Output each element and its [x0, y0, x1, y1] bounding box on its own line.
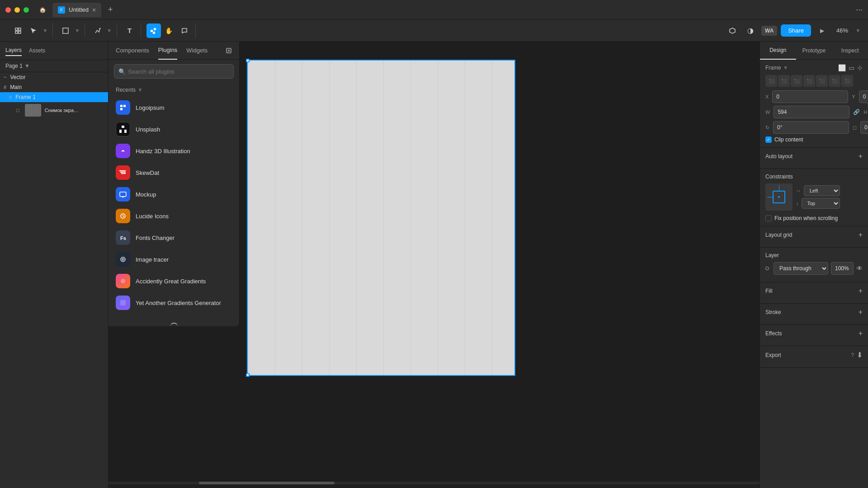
- fix-position-checkbox[interactable]: [765, 215, 772, 221]
- visibility-toggle[interactable]: 👁: [856, 265, 863, 272]
- plugin-item-mockup[interactable]: Mockup: [108, 183, 239, 205]
- fill-add[interactable]: +: [859, 287, 863, 295]
- play-button[interactable]: ▶: [815, 23, 829, 38]
- plugin-item-image-tracer[interactable]: Image tracer: [108, 249, 239, 270]
- align-center-v[interactable]: ⬛: [816, 75, 828, 87]
- constraint-h-option: ↔ Left Right Center Scale: [796, 185, 840, 196]
- minimize-traffic-light[interactable]: [14, 7, 20, 13]
- page-name: Page 1: [5, 63, 23, 69]
- frame-resize-btn[interactable]: ⊹: [857, 64, 863, 71]
- clip-content-checkbox[interactable]: ✓: [765, 136, 772, 143]
- tab-close-button[interactable]: ×: [92, 6, 96, 14]
- home-button[interactable]: 🏠: [36, 4, 49, 16]
- plugin-item-lucide[interactable]: Lucide Icons: [108, 205, 239, 227]
- component-tool-button[interactable]: [146, 23, 161, 38]
- auto-layout-add[interactable]: +: [859, 152, 863, 160]
- pen-tool-button[interactable]: [90, 23, 105, 38]
- export-add[interactable]: ⬇: [857, 351, 863, 359]
- plugin-panel-close[interactable]: [226, 47, 232, 54]
- plugin-item-yet-another[interactable]: Yet Another Gradients Generator: [108, 292, 239, 314]
- layout-grid-add[interactable]: +: [859, 231, 863, 239]
- layer-item-screenshot[interactable]: □ Снимок экрана 2022-09-12 в 21.5...: [0, 102, 108, 118]
- plugin-item-skewdat[interactable]: SkewDat: [108, 162, 239, 183]
- zoom-level[interactable]: 46%: [833, 25, 852, 36]
- toggle-dev-mode[interactable]: [725, 23, 740, 38]
- stroke-section: Stroke +: [760, 304, 868, 325]
- blend-mode-select[interactable]: Pass through Normal Darken Multiply Ligh…: [774, 262, 828, 275]
- layer-thumbnail: [25, 104, 41, 117]
- more-options-button[interactable]: ···: [856, 5, 863, 14]
- plugin-tab-widgets[interactable]: Widgets: [186, 42, 208, 60]
- sidebar-tab-assets[interactable]: Assets: [29, 46, 45, 56]
- plugin-item-unsplash[interactable]: Unsplash: [108, 118, 239, 140]
- layer-item-vector[interactable]: ~ Vector: [0, 72, 108, 82]
- rotation-input[interactable]: [773, 121, 849, 134]
- effects-header: Effects +: [765, 329, 863, 338]
- effects-section: Effects +: [760, 325, 868, 346]
- align-right[interactable]: ⬛: [791, 75, 802, 87]
- hand-tool-button[interactable]: ✋: [162, 23, 176, 38]
- layer-main-label: Main: [10, 84, 22, 90]
- constraint-h-arrow: ↔: [796, 188, 801, 193]
- horizontal-scrollbar[interactable]: [108, 482, 760, 484]
- svg-rect-27: [120, 300, 126, 305]
- plugin-item-logoipsum[interactable]: Logoipsum: [108, 97, 239, 118]
- layer-circle-icon: [765, 267, 769, 270]
- corner-input[interactable]: [860, 121, 868, 134]
- y-input[interactable]: [859, 90, 868, 103]
- screenshot-layer-icon: □: [16, 108, 19, 113]
- frame-type-btn-1[interactable]: ⬜: [838, 64, 846, 71]
- text-tool-button[interactable]: T: [123, 23, 137, 38]
- close-traffic-light[interactable]: [5, 7, 11, 13]
- constraint-v-select[interactable]: Top Bottom Center Scale: [802, 198, 840, 209]
- plugin-item-accidently[interactable]: Accidently Great Gradients: [108, 270, 239, 292]
- plugin-tab-components[interactable]: Components: [116, 42, 149, 60]
- tab-prototype[interactable]: Prototype: [796, 42, 832, 60]
- align-top[interactable]: ⬛: [803, 75, 815, 87]
- align-center-h[interactable]: ⬛: [778, 75, 790, 87]
- plugin-item-handz[interactable]: Handz 3D Illustration: [108, 140, 239, 162]
- frame-type-btn-2[interactable]: ▭: [849, 64, 854, 71]
- constraints-header: Constraints: [765, 174, 863, 180]
- sidebar-tab-layers[interactable]: Layers: [5, 45, 22, 56]
- align-bottom[interactable]: ⬛: [829, 75, 840, 87]
- distribute-h[interactable]: ⬛: [841, 75, 853, 87]
- opacity-input[interactable]: [831, 262, 854, 275]
- resize-handle-bl[interactable]: [246, 373, 250, 377]
- w-input[interactable]: [774, 106, 849, 118]
- page-selector[interactable]: Page 1 ▼: [0, 60, 108, 72]
- link-wh-icon[interactable]: 🔗: [853, 109, 860, 115]
- new-tab-button[interactable]: +: [105, 5, 116, 15]
- plugin-tab-plugins[interactable]: Plugins: [158, 42, 178, 60]
- main-layer-icon: #: [4, 84, 6, 90]
- constraint-line-h: [767, 197, 773, 197]
- plugin-search-input[interactable]: [114, 64, 234, 79]
- frame-tool-button[interactable]: [11, 23, 25, 38]
- rect-tool-button[interactable]: [58, 23, 73, 38]
- layer-item-frame1[interactable]: # Frame 1: [0, 92, 108, 102]
- select-tool-button[interactable]: [26, 23, 41, 38]
- effects-add[interactable]: +: [859, 329, 863, 338]
- align-left[interactable]: ⬛: [765, 75, 777, 87]
- maximize-traffic-light[interactable]: [24, 7, 29, 13]
- resize-handle-tl[interactable]: [246, 59, 250, 62]
- toggle-dark-mode[interactable]: ◑: [743, 23, 758, 38]
- constraint-h-select[interactable]: Left Right Center Scale: [804, 185, 840, 196]
- tab-inspect[interactable]: Inspect: [832, 42, 868, 60]
- document-tab[interactable]: F Untitled ×: [52, 3, 101, 17]
- export-title: Export: [765, 352, 781, 358]
- auto-layout-header: Auto layout +: [765, 152, 863, 160]
- tool-group-text: T: [119, 23, 141, 38]
- x-input[interactable]: [772, 90, 848, 103]
- plugin-name-lucide: Lucide Icons: [136, 213, 169, 220]
- wa-badge: WA: [761, 26, 777, 36]
- titlebar: 🏠 F Untitled × + ···: [0, 0, 868, 20]
- comment-tool-button[interactable]: [177, 23, 192, 38]
- tab-design[interactable]: Design: [760, 42, 796, 60]
- export-help[interactable]: ?: [851, 352, 854, 358]
- plugin-item-fonts-changer[interactable]: Fs Fonts Changer: [108, 227, 239, 249]
- constraint-dot: [778, 196, 780, 198]
- stroke-add[interactable]: +: [859, 308, 863, 316]
- layer-item-main[interactable]: # Main: [0, 82, 108, 92]
- share-button[interactable]: Share: [781, 24, 811, 37]
